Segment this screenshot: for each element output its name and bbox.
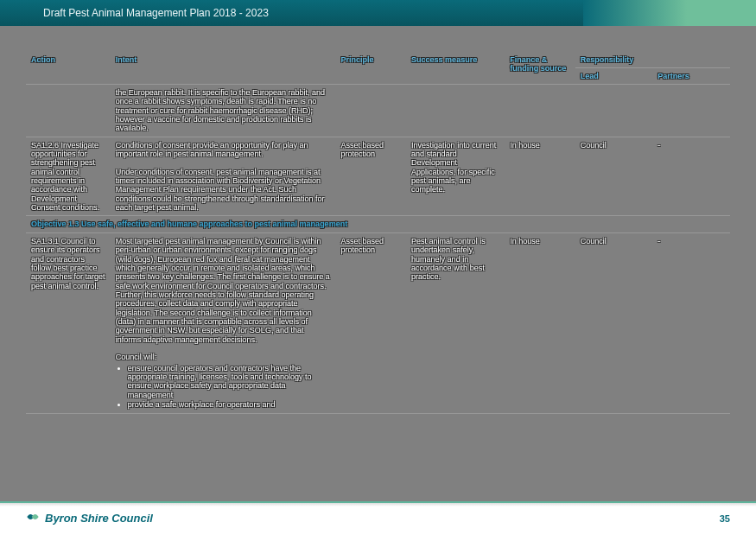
- lead-cell: Council: [575, 137, 653, 216]
- principle-cell: Asset based protection: [336, 232, 407, 414]
- intent-cell: the European rabbit. It is specific to t…: [111, 85, 336, 137]
- finance-cell: In house: [505, 232, 575, 414]
- objective-row: Objective 1.3 Use safe, effective and hu…: [26, 216, 730, 232]
- header-accent: [583, 0, 756, 26]
- success-cell: Investigation into current and standard …: [406, 137, 505, 216]
- table-row: the European rabbit. It is specific to t…: [26, 85, 730, 137]
- success-cell: Pest animal control is undertaken safely…: [406, 232, 505, 414]
- col-partners: Partners: [652, 68, 730, 85]
- doc-title: Draft Pest Animal Management Plan 2018 -…: [43, 7, 269, 19]
- intent-cell: Most targeted pest animal management by …: [116, 237, 330, 344]
- col-intent: Intent: [111, 52, 336, 85]
- footer-brand: Byron Shire Council: [45, 512, 153, 525]
- page-number: 35: [720, 513, 730, 524]
- action-cell: SA1.2.6 Investigate opportunities for st…: [26, 137, 111, 216]
- partners-cell: -: [652, 137, 730, 216]
- finance-cell: In house: [505, 137, 575, 216]
- bullet: provide a safe workplace for operators a…: [128, 400, 331, 409]
- intent-cell: Council will:: [116, 353, 157, 361]
- partners-cell: -: [652, 232, 730, 414]
- table-row: SA1.3.1 Council to ensure its operators …: [26, 232, 730, 414]
- col-resp: Responsibility: [575, 52, 730, 68]
- action-cell: SA1.3.1 Council to ensure its operators …: [26, 232, 111, 414]
- col-action: Action: [26, 52, 111, 85]
- bullet: ensure council operators and contractors…: [128, 364, 331, 399]
- logo-icon: [26, 510, 40, 526]
- col-success: Success measure: [406, 52, 505, 85]
- intent-cell: Under conditions of consent, pest animal…: [116, 168, 325, 212]
- table-row: SA1.2.6 Investigate opportunities for st…: [26, 137, 730, 216]
- lead-cell: Council: [575, 232, 653, 414]
- col-finance: Finance & funding source: [505, 52, 575, 85]
- intent-cell: Conditions of consent provide an opportu…: [116, 141, 308, 158]
- plan-table: Action Intent Principle Success measure …: [26, 52, 730, 414]
- col-principle: Principle: [336, 52, 407, 85]
- footer: Byron Shire Council 35: [0, 501, 756, 535]
- col-lead: Lead: [575, 68, 653, 85]
- principle-cell: Asset based protection: [336, 137, 407, 216]
